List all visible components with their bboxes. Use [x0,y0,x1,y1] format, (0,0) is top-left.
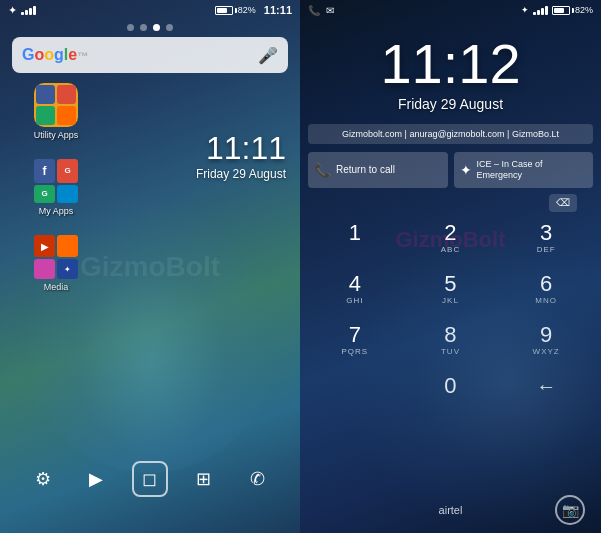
my-apps-label: My Apps [39,206,74,216]
bg-nebula-right [341,233,601,533]
right-status-right-icons: ✦ 82% [521,5,593,15]
notification-text: Gizmobolt.com | anurag@gizmobolt.com | G… [342,129,559,139]
message-icon-status: ✉ [326,5,334,16]
right-panel: 📞 ✉ ✦ 82% 11:12 Friday 29 August [300,0,601,533]
dot-3 [153,24,160,31]
right-status-left-icons: 📞 ✉ [308,5,334,16]
backspace-button[interactable]: ⌫ [549,194,577,212]
lock-time: 11:12 [300,36,601,92]
dialpad-backspace-area: ⌫ [308,194,593,212]
ice-button[interactable]: ✦ ICE – In Case ofEmergency [454,152,594,188]
left-status-bar: ✦ 82% 11:11 [0,0,300,20]
signal-icon [21,6,36,15]
bottom-dock: ⚙ ▶ ◻ ⊞ ✆ [0,453,300,505]
desktop-clock-time: 11:11 [196,130,286,167]
ice-icon: ✦ [460,162,472,178]
dock-home[interactable]: ◻ [132,461,168,497]
utility-apps-label: Utility Apps [34,130,79,140]
bottom-right-area: 📷 [495,495,585,525]
signal-icon-right [533,6,548,15]
ice-label: ICE – In Case ofEmergency [477,159,543,181]
return-call-button[interactable]: 📞 Return to call [308,152,448,188]
page-dots [0,24,300,31]
bluetooth-icon: ✦ [8,4,17,17]
desktop-clock: 11:11 Friday 29 August [196,130,286,181]
right-status-icons-left: 82% 11:11 [215,4,292,16]
camera-button[interactable]: 📷 [555,495,585,525]
left-status-icons: ✦ [8,4,36,17]
dock-apps[interactable]: ⊞ [186,461,222,497]
phone-call-icon: 📞 [314,162,331,178]
dock-play-store[interactable]: ▶ [78,461,114,497]
lock-screen-clock: 11:12 Friday 29 August [300,36,601,112]
action-buttons: 📞 Return to call ✦ ICE – In Case ofEmerg… [308,152,593,188]
mic-icon[interactable]: 🎤 [258,46,278,65]
battery-icon-right: 82% [552,5,593,15]
battery-percent-right: 82% [575,5,593,15]
dock-settings[interactable]: ⚙ [25,461,61,497]
status-time-left: 11:11 [264,4,292,16]
battery-icon-left: 82% [215,5,256,15]
phone-icon-status: 📞 [308,5,320,16]
desktop-clock-date: Friday 29 August [196,167,286,181]
lock-date: Friday 29 August [300,96,601,112]
dot-4 [166,24,173,31]
app-utility-apps[interactable]: Utility Apps [16,83,96,153]
google-logo: Google™ [22,46,88,64]
notification-bar: Gizmobolt.com | anurag@gizmobolt.com | G… [308,124,593,144]
carrier-label: airtel [406,504,496,516]
dot-2 [140,24,147,31]
bottom-bar: airtel 📷 [300,495,601,525]
bluetooth-icon-right: ✦ [521,5,529,15]
left-panel: ✦ 82% 11:11 [0,0,300,533]
battery-percent-left: 82% [238,5,256,15]
search-bar[interactable]: Google™ 🎤 [12,37,288,73]
right-status-bar: 📞 ✉ ✦ 82% [300,0,601,20]
return-call-label: Return to call [336,164,395,175]
dot-1 [127,24,134,31]
dock-phone[interactable]: ✆ [239,461,275,497]
